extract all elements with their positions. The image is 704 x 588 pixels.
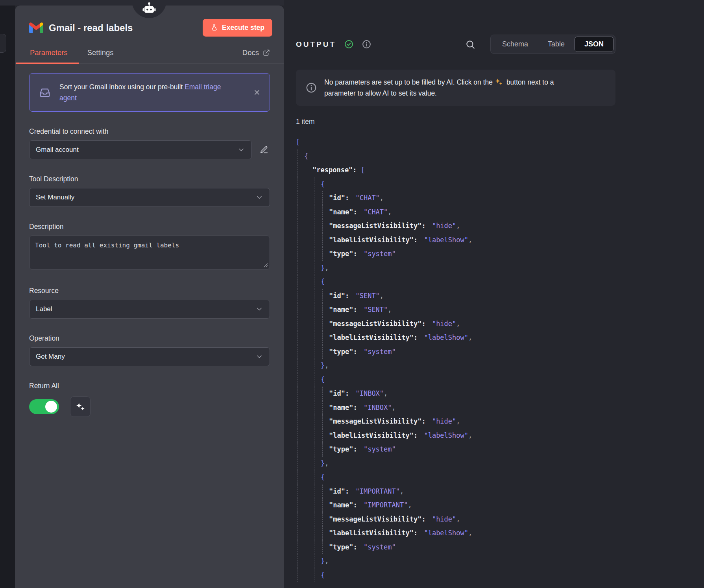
tab-parameters-label: Parameters — [30, 48, 68, 57]
parameter-fields: Credential to connect with Gmail account… — [15, 127, 284, 417]
info-icon[interactable] — [362, 39, 371, 49]
view-schema[interactable]: Schema — [492, 37, 538, 52]
json-line: "name": "IMPORTANT", — [296, 498, 615, 512]
json-line: "response": [ — [296, 163, 615, 177]
tab-parameters[interactable]: Parameters — [29, 43, 68, 63]
search-button[interactable] — [464, 38, 477, 51]
description-textarea[interactable]: Tool to read all existing gmail labels — [29, 236, 270, 269]
view-json[interactable]: JSON — [575, 37, 613, 52]
node-parameters-panel: Gmail - read labels Execute step Paramet… — [15, 6, 284, 588]
json-line: "labelListVisibility": "labelShow", — [296, 526, 615, 540]
json-line: "id": "IMPORTANT", — [296, 485, 615, 499]
docs-label: Docs — [242, 48, 259, 57]
search-icon — [465, 39, 475, 50]
return-all-toggle[interactable] — [29, 399, 59, 414]
docs-link[interactable]: Docs — [242, 43, 270, 63]
email-triage-notice: Sort your Gmail inbox using our pre-buil… — [29, 73, 270, 112]
ai-notice-text: No parameters are set up to be filled by… — [324, 77, 576, 99]
credential-value: Gmail account — [36, 146, 79, 154]
chevron-down-icon — [237, 146, 245, 154]
resource-label: Resource — [29, 287, 270, 295]
view-switcher: Schema Table JSON — [490, 35, 615, 54]
chevron-down-icon — [255, 305, 263, 313]
json-line: "id": "SENT", — [296, 289, 615, 303]
json-line: [ — [296, 135, 615, 149]
json-line: { — [296, 470, 615, 485]
agent-icon — [39, 87, 51, 98]
gmail-icon — [29, 22, 43, 33]
tool-description-select[interactable]: Set Manually — [29, 188, 270, 207]
json-line: }, — [296, 457, 615, 471]
gold-sparkle-icon — [494, 77, 503, 86]
success-check-icon — [344, 39, 354, 49]
json-line: }, — [296, 359, 615, 373]
notice-text-plain: Sort your Gmail inbox using our pre-buil… — [59, 83, 185, 91]
credential-label: Credential to connect with — [29, 127, 270, 136]
return-all-label: Return All — [29, 382, 270, 390]
execute-step-button[interactable]: Execute step — [203, 19, 272, 37]
tool-description-value: Set Manually — [36, 194, 74, 201]
notice-text: Sort your Gmail inbox using our pre-buil… — [59, 81, 229, 103]
json-line: { — [296, 177, 615, 192]
output-panel: OUTPUT Sch — [284, 0, 704, 588]
resource-select[interactable]: Label — [29, 300, 270, 319]
tool-description-label: Tool Description — [29, 175, 270, 183]
sparkles-icon — [75, 402, 85, 412]
json-line: "labelListVisibility": "labelShow", — [296, 233, 615, 247]
json-line: "messageListVisibility": "hide", — [296, 415, 615, 429]
json-output-tree: [{"response": [{"id": "CHAT","name": "CH… — [296, 135, 615, 582]
json-line: }, — [296, 554, 615, 568]
output-title: OUTPUT — [296, 40, 336, 49]
resource-value: Label — [36, 305, 52, 313]
chevron-down-icon — [255, 194, 263, 201]
json-line: "name": "SENT", — [296, 303, 615, 317]
json-line: "messageListVisibility": "hide", — [296, 512, 615, 527]
external-link-icon — [263, 49, 270, 56]
json-line: "messageListVisibility": "hide", — [296, 317, 615, 331]
chevron-down-icon — [255, 353, 263, 361]
tab-settings-label: Settings — [87, 48, 114, 57]
json-line: { — [296, 275, 615, 289]
workflow-canvas — [0, 0, 15, 588]
execute-step-label: Execute step — [222, 24, 264, 32]
json-line: "messageListVisibility": "hide", — [296, 219, 615, 233]
json-line: { — [296, 568, 615, 582]
output-header: OUTPUT Sch — [296, 35, 615, 54]
json-line: "type": "system" — [296, 247, 615, 261]
json-line: "name": "INBOX", — [296, 401, 615, 415]
json-line: "labelListVisibility": "labelShow", — [296, 429, 615, 443]
operation-select[interactable]: Get Many — [29, 347, 270, 366]
node-title: Gmail - read labels — [49, 22, 133, 33]
node-tabs: Parameters Settings Docs — [15, 43, 284, 64]
edit-credential-button[interactable] — [258, 144, 270, 156]
json-line: "type": "system" — [296, 442, 615, 457]
ai-parameters-notice: No parameters are set up to be filled by… — [296, 70, 615, 106]
info-icon — [305, 82, 317, 94]
input-panel-handle[interactable] — [0, 34, 6, 53]
json-line: "type": "system" — [296, 345, 615, 359]
robot-icon — [142, 1, 156, 15]
credential-select[interactable]: Gmail account — [29, 140, 252, 159]
items-count: 1 item — [296, 118, 615, 126]
ai-notice-before: No parameters are set up to be filled by… — [324, 78, 493, 86]
json-line: }, — [296, 261, 615, 275]
json-line: "id": "INBOX", — [296, 387, 615, 401]
close-icon[interactable] — [253, 88, 261, 96]
json-line: "type": "system" — [296, 540, 615, 555]
flask-icon — [211, 24, 218, 31]
json-line: { — [296, 149, 615, 164]
json-line: "labelListVisibility": "labelShow", — [296, 331, 615, 345]
view-table[interactable]: Table — [538, 37, 575, 52]
pencil-icon — [260, 146, 268, 154]
operation-label: Operation — [29, 334, 270, 343]
operation-value: Get Many — [36, 353, 65, 361]
json-line: "name": "CHAT", — [296, 205, 615, 219]
description-label: Description — [29, 223, 270, 231]
toggle-knob — [45, 401, 57, 413]
ai-sparkles-button[interactable] — [70, 396, 91, 417]
tab-settings[interactable]: Settings — [87, 43, 115, 63]
node-title-wrap: Gmail - read labels — [29, 22, 133, 33]
json-line: { — [296, 373, 615, 387]
json-line: "id": "CHAT", — [296, 191, 615, 205]
